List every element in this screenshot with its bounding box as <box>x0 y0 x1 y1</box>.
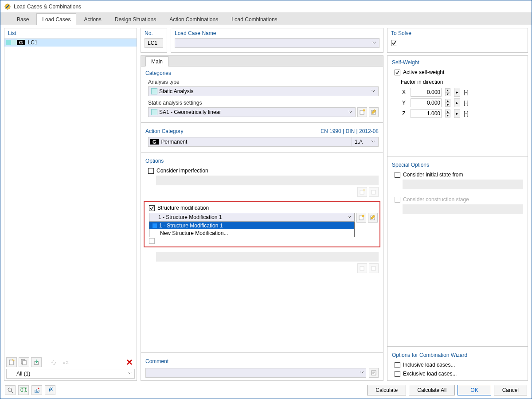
footer-search-button[interactable] <box>5 385 16 395</box>
factor-x-menu[interactable]: ▸ <box>454 88 460 97</box>
action-category-badge: G <box>150 139 159 145</box>
tab-load-cases[interactable]: Load Cases <box>36 13 76 25</box>
comment-title: Comment <box>141 355 383 365</box>
imperfection-label: Consider imperfection <box>156 168 208 174</box>
subtab-main[interactable]: Main <box>145 56 168 66</box>
copy-button[interactable] <box>19 357 29 367</box>
no-header: No. <box>145 30 163 36</box>
list-panel: List G LC1 All (1) <box>4 28 137 381</box>
swatch-icon <box>151 109 157 115</box>
footer-function-button[interactable]: ƒx <box>45 385 55 395</box>
uncheck-selected-button[interactable] <box>60 357 71 367</box>
sub-tabstrip: Main <box>141 56 383 66</box>
window-title: Load Cases & Combinations <box>14 4 81 10</box>
chevron-down-icon <box>371 139 376 145</box>
calculate-all-button[interactable]: Calculate All <box>409 385 455 395</box>
titlebar: Load Cases & Combinations <box>0 0 532 13</box>
chevron-down-icon <box>128 371 133 377</box>
factor-y-stepper[interactable]: ▲▼ <box>445 99 450 107</box>
special-options-title: Special Options <box>387 158 528 171</box>
app-icon <box>4 3 11 10</box>
factor-y-input[interactable] <box>411 98 442 107</box>
structure-modification-dropdown: 1 - Structure Modification 1 New Structu… <box>149 222 355 237</box>
svg-rect-14 <box>360 266 364 270</box>
load-category-badge: G <box>17 40 25 45</box>
name-panel: Load Case Name <box>171 28 383 53</box>
active-self-weight-label: Active self-weight <box>403 69 444 75</box>
struct-mod-new-button[interactable] <box>356 213 366 223</box>
chevron-down-icon <box>360 370 364 376</box>
exclusive-label: Exclusive load cases... <box>403 371 457 377</box>
to-solve-panel: To Solve <box>387 28 528 53</box>
no-panel: No. <box>141 28 167 53</box>
active-self-weight-checkbox[interactable] <box>395 70 400 75</box>
initial-state-checkbox[interactable] <box>395 172 400 178</box>
to-solve-header: To Solve <box>391 30 524 36</box>
factor-z-input[interactable] <box>411 109 442 118</box>
extra-checkbox[interactable] <box>149 238 155 244</box>
check-selected-button[interactable] <box>48 357 59 367</box>
footer: 0,00 ƒx Calculate Calculate All OK Cance… <box>0 381 532 399</box>
swatch-icon <box>152 223 157 228</box>
inclusive-checkbox[interactable] <box>395 362 400 368</box>
list-item-label: LC1 <box>28 39 38 46</box>
import-button[interactable] <box>31 357 42 367</box>
list-area[interactable]: G LC1 <box>4 39 137 356</box>
sas-new-button[interactable] <box>357 107 367 117</box>
action-category-code[interactable]: 1.A <box>352 137 379 147</box>
calculate-button[interactable]: Calculate <box>367 385 406 395</box>
dropdown-item[interactable]: 1 - Structure Modification 1 <box>149 222 354 229</box>
sas-combo[interactable]: SA1 - Geometrically linear <box>148 107 356 117</box>
svg-point-17 <box>8 388 12 391</box>
imperfection-checkbox[interactable] <box>148 168 154 174</box>
exclusive-checkbox[interactable] <box>395 371 400 377</box>
categories-title: Categories <box>141 66 383 79</box>
unit-label: [-] <box>464 89 471 95</box>
dropdown-item-label: New Structure Modification... <box>160 230 228 236</box>
tab-design-situations[interactable]: Design Situations <box>109 13 162 25</box>
chevron-down-icon <box>371 88 376 94</box>
tab-load-combinations[interactable]: Load Combinations <box>226 13 283 25</box>
footer-graph-button[interactable] <box>31 385 42 395</box>
footer-units-button[interactable]: 0,00 <box>18 385 29 395</box>
extra-new-button <box>357 263 367 273</box>
structure-modification-highlight: Structure modification 1 - Structure Mod… <box>144 201 380 247</box>
no-input[interactable] <box>145 38 163 48</box>
svg-point-19 <box>38 387 39 389</box>
tab-action-combinations[interactable]: Action Combinations <box>164 13 224 25</box>
name-header: Load Case Name <box>175 30 379 36</box>
sas-edit-button[interactable] <box>369 107 379 117</box>
analysis-type-combo[interactable]: Static Analysis <box>148 86 379 96</box>
filter-value: All (1) <box>16 371 30 377</box>
filter-combo[interactable]: All (1) <box>6 369 135 379</box>
load-case-name-combo[interactable] <box>175 38 379 48</box>
delete-button[interactable] <box>124 357 135 367</box>
factor-z-stepper[interactable]: ▲▼ <box>445 110 450 117</box>
action-category-combo[interactable]: G Permanent <box>148 137 352 147</box>
initial-state-label: Consider initial state from <box>403 172 463 178</box>
tab-actions[interactable]: Actions <box>78 13 107 25</box>
factor-x-stepper[interactable]: ▲▼ <box>445 88 450 96</box>
dropdown-item[interactable]: New Structure Modification... <box>149 229 354 237</box>
action-category-title: Action Category <box>145 128 183 134</box>
to-solve-checkbox[interactable] <box>391 40 397 46</box>
comment-combo[interactable] <box>145 368 366 378</box>
factor-z-menu[interactable]: ▸ <box>454 109 460 118</box>
svg-rect-3 <box>23 360 26 365</box>
cancel-button[interactable]: Cancel <box>494 385 527 395</box>
unit-label: [-] <box>464 100 471 106</box>
ok-button[interactable]: OK <box>458 385 491 395</box>
svg-point-6 <box>363 110 365 112</box>
structure-modification-checkbox[interactable] <box>149 205 155 211</box>
factor-y-menu[interactable]: ▸ <box>454 98 460 107</box>
initial-state-field <box>403 180 523 189</box>
details-panel: Main Categories Analysis type Static Ana… <box>141 55 383 381</box>
structure-modification-combo[interactable]: 1 - Structure Modification 1 <box>149 213 355 222</box>
swatch-icon <box>151 88 157 94</box>
new-button[interactable] <box>6 357 17 367</box>
list-item[interactable]: G LC1 <box>4 39 137 47</box>
tab-base[interactable]: Base <box>11 13 35 25</box>
comment-edit-button[interactable] <box>369 368 379 378</box>
struct-mod-edit-button[interactable] <box>368 213 378 223</box>
factor-x-input[interactable] <box>411 88 442 97</box>
